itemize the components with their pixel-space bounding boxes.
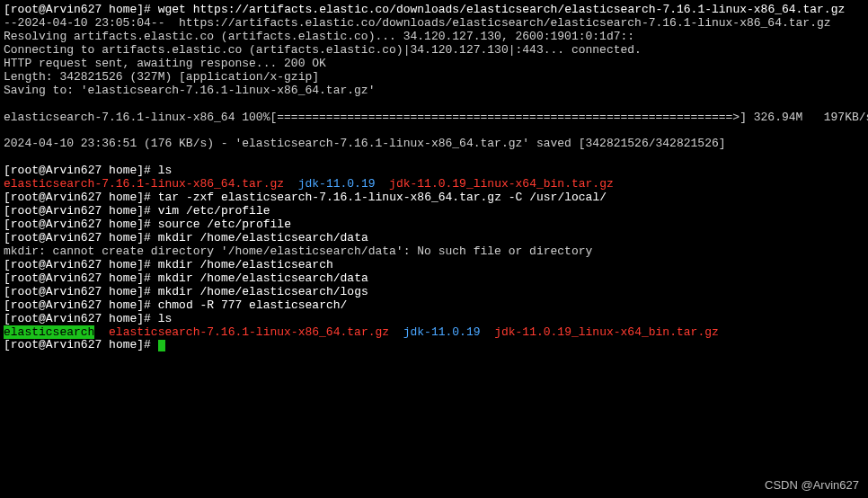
blank xyxy=(4,124,864,138)
wget-progress: elasticsearch-7.16.1-linux-x86_64 100%[=… xyxy=(4,111,864,125)
wget-output: Resolving artifacts.elastic.co (artifact… xyxy=(4,31,864,44)
prompt-line: [root@Arvin627 home]# ls xyxy=(4,313,864,326)
terminal[interactable]: [root@Arvin627 home]# wget https://artif… xyxy=(4,4,864,352)
ls-output: elasticsearch-7.16.1-linux-x86_64.tar.gz… xyxy=(4,178,864,191)
wget-output: --2024-04-10 23:05:04-- https://artifact… xyxy=(4,17,864,31)
cursor-icon xyxy=(158,340,165,351)
wget-output: Connecting to artifacts.elastic.co (arti… xyxy=(4,44,864,58)
prompt-line: [root@Arvin627 home]# source /etc/profil… xyxy=(4,218,864,232)
ls-output: elasticsearch elasticsearch-7.16.1-linux… xyxy=(4,326,864,340)
wget-output: HTTP request sent, awaiting response... … xyxy=(4,58,864,71)
prompt-line: [root@Arvin627 home]# mkdir /home/elasti… xyxy=(4,286,864,299)
blank xyxy=(4,98,864,111)
prompt-line: [root@Arvin627 home]# ls xyxy=(4,165,864,178)
wget-output: Length: 342821526 (327M) [application/x-… xyxy=(4,71,864,84)
prompt-line: [root@Arvin627 home]# mkdir /home/elasti… xyxy=(4,259,864,272)
wget-done: 2024-04-10 23:36:51 (176 KB/s) - 'elasti… xyxy=(4,138,864,151)
prompt-line: [root@Arvin627 home]# mkdir /home/elasti… xyxy=(4,232,864,245)
wget-output: Saving to: 'elasticsearch-7.16.1-linux-x… xyxy=(4,84,864,98)
watermark: CSDN @Arvin627 xyxy=(765,479,859,493)
prompt-line: [root@Arvin627 home]# vim /etc/profile xyxy=(4,205,864,218)
blank xyxy=(4,151,864,165)
prompt-line: [root@Arvin627 home]# wget https://artif… xyxy=(4,4,864,17)
prompt-line-current[interactable]: [root@Arvin627 home]# xyxy=(4,339,864,352)
prompt-line: [root@Arvin627 home]# chmod -R 777 elast… xyxy=(4,299,864,313)
prompt-line: [root@Arvin627 home]# mkdir /home/elasti… xyxy=(4,272,864,286)
prompt-line: [root@Arvin627 home]# tar -zxf elasticse… xyxy=(4,191,864,205)
mkdir-error: mkdir: cannot create directory '/home/el… xyxy=(4,245,864,259)
